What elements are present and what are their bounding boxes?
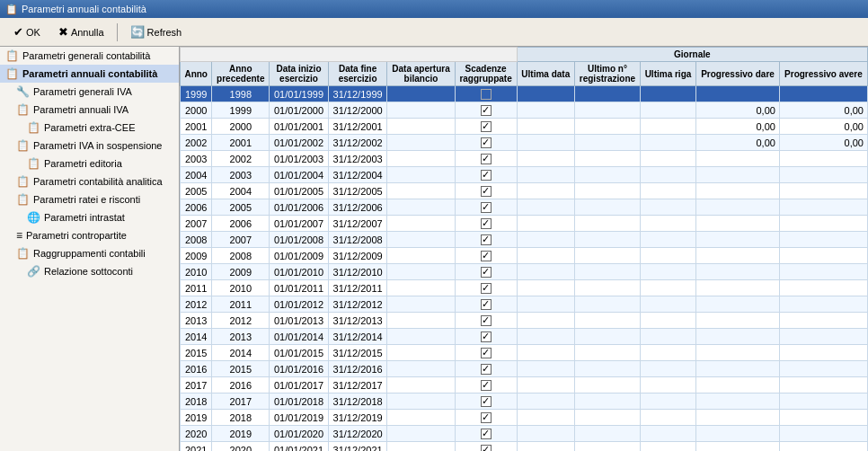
sidebar-item-relazione-sottoconti[interactable]: 🔗Relazione sottoconti [0, 262, 179, 280]
table-row[interactable]: 2002200101/01/200231/12/20020,000,00 [181, 135, 868, 151]
table-row[interactable]: 2006200501/01/200631/12/2006 [181, 199, 868, 216]
table-row[interactable]: 2012201101/01/201231/12/2012 [181, 296, 868, 313]
table-row[interactable]: 2013201201/01/201331/12/2013 [181, 313, 868, 329]
col-ultimo-n: Ultimo n°registrazione [574, 62, 640, 86]
sidebar-label-relazione-sottoconti: Relazione sottoconti [44, 266, 133, 277]
cell-fine: 31/12/2013 [328, 313, 387, 329]
checkbox-display [481, 234, 492, 245]
cell-ultima-riga [640, 296, 695, 313]
table-row[interactable]: 2018201701/01/201831/12/2018 [181, 394, 868, 410]
cell-fine: 31/12/2017 [328, 377, 387, 394]
cell-ultima-data [517, 280, 574, 296]
ok-button[interactable]: ✔ OK [5, 22, 49, 42]
cell-ultimo-n [574, 167, 640, 183]
table-row[interactable]: 2007200601/01/200731/12/2007 [181, 216, 868, 232]
sidebar-item-parametri-extra-cee[interactable]: 📋Parametri extra-CEE [0, 119, 179, 137]
table-row[interactable]: 1999199801/01/199931/12/1999 [181, 86, 868, 102]
cell-ultima-data [517, 167, 574, 183]
table-row[interactable]: 2020201901/01/202031/12/2020 [181, 426, 868, 442]
sidebar-item-parametri-generali-iva[interactable]: 🔧Parametri generali IVA [0, 83, 179, 101]
cell-prec: 2000 [212, 119, 270, 135]
table-row[interactable]: 2010200901/01/201031/12/2010 [181, 264, 868, 280]
sidebar-item-parametri-annuali-contabilita[interactable]: 📋Parametri annuali contabilità [0, 65, 179, 83]
cell-scadenze [455, 199, 517, 216]
cell-inizio: 01/01/2020 [270, 426, 329, 442]
cell-fine: 31/12/2005 [328, 183, 387, 199]
cell-prec: 2020 [212, 442, 270, 452]
cell-prog-dare [696, 313, 780, 329]
sidebar-item-parametri-intrastat[interactable]: 🌐Parametri intrastat [0, 208, 179, 226]
cell-inizio: 01/01/2013 [270, 313, 329, 329]
cell-apertura [387, 264, 455, 280]
table-row[interactable]: 2009200801/01/200931/12/2009 [181, 248, 868, 264]
cell-anno: 2013 [181, 313, 212, 329]
table-row[interactable]: 2014201301/01/201431/12/2014 [181, 329, 868, 345]
cell-inizio: 01/01/2005 [270, 183, 329, 199]
cell-ultima-riga [640, 183, 695, 199]
cell-ultima-riga [640, 232, 695, 248]
table-row[interactable]: 2001200001/01/200131/12/20010,000,00 [181, 119, 868, 135]
sidebar-item-parametri-iva-sospensione[interactable]: 📋Parametri IVA in sospensione [0, 137, 179, 155]
cell-ultima-riga [640, 410, 695, 426]
cell-ultima-riga [640, 377, 695, 394]
cell-apertura [387, 167, 455, 183]
cell-inizio: 01/01/2010 [270, 264, 329, 280]
cell-inizio: 01/01/2011 [270, 280, 329, 296]
sidebar-item-parametri-generali-contabilita[interactable]: 📋Parametri generali contabilità [0, 47, 179, 65]
sidebar-item-parametri-editoria[interactable]: 📋Parametri editoria [0, 155, 179, 172]
sidebar-item-parametri-contabilita-analitica[interactable]: 📋Parametri contabilità analitica [0, 172, 179, 190]
cell-prog-dare [696, 361, 780, 377]
cell-inizio: 01/01/2002 [270, 135, 329, 151]
refresh-button[interactable]: 🔄 Refresh [122, 22, 190, 42]
table-wrapper[interactable]: Giornale Anno Annoprecedente Data inizio… [180, 47, 868, 451]
checkbox-display [481, 396, 492, 407]
cell-prog-dare: 0,00 [696, 135, 780, 151]
cell-ultima-riga [640, 361, 695, 377]
sidebar-item-parametri-ratei-risconti[interactable]: 📋Parametri ratei e risconti [0, 190, 179, 208]
cell-ultima-data [517, 151, 574, 167]
cell-apertura [387, 135, 455, 151]
sidebar-icon-parametri-annuali-iva: 📋 [16, 103, 30, 116]
cell-fine: 31/12/2015 [328, 345, 387, 361]
col-ultima-riga: Ultima riga [640, 62, 695, 86]
data-area: Giornale Anno Annoprecedente Data inizio… [180, 47, 868, 451]
cell-anno: 2010 [181, 264, 212, 280]
sidebar-item-raggruppamenti-contabili[interactable]: 📋Raggruppamenti contabili [0, 244, 179, 262]
cell-anno: 2020 [181, 426, 212, 442]
sidebar-item-parametri-annuali-iva[interactable]: 📋Parametri annuali IVA [0, 101, 179, 119]
cell-prog-dare [696, 248, 780, 264]
cell-anno: 2002 [181, 135, 212, 151]
table-row[interactable]: 2011201001/01/201131/12/2011 [181, 280, 868, 296]
col-ultima-data: Ultima data [517, 62, 574, 86]
cell-ultimo-n [574, 313, 640, 329]
table-row[interactable]: 2008200701/01/200831/12/2008 [181, 232, 868, 248]
table-body[interactable]: 1999199801/01/199931/12/19992000199901/0… [181, 86, 868, 452]
refresh-icon: 🔄 [130, 25, 145, 39]
table-row[interactable]: 2016201501/01/201631/12/2016 [181, 361, 868, 377]
table-row[interactable]: 2004200301/01/200431/12/2004 [181, 167, 868, 183]
sidebar-item-parametri-contropartite[interactable]: ≡Parametri contropartite [0, 226, 179, 244]
sidebar-icon-parametri-annuali-contabilita: 📋 [5, 67, 19, 80]
cell-apertura [387, 394, 455, 410]
checkbox-display [481, 380, 492, 391]
table-row[interactable]: 2019201801/01/201931/12/2019 [181, 410, 868, 426]
cell-prec: 2017 [212, 394, 270, 410]
table-row[interactable]: 2015201401/01/201531/12/2015 [181, 345, 868, 361]
cell-apertura [387, 313, 455, 329]
cancel-button[interactable]: ✖ Annulla [50, 22, 112, 42]
group-header-giornale: Giornale [517, 48, 867, 62]
cell-anno: 2009 [181, 248, 212, 264]
cell-ultima-data [517, 199, 574, 216]
cell-apertura [387, 183, 455, 199]
table-row[interactable]: 2021202001/01/202131/12/2021 [181, 442, 868, 452]
table-row[interactable]: 2005200401/01/200531/12/2005 [181, 183, 868, 199]
table-row[interactable]: 2000199901/01/200031/12/20000,000,00 [181, 102, 868, 119]
table-row[interactable]: 2017201601/01/201731/12/2017 [181, 377, 868, 394]
cell-scadenze [455, 102, 517, 119]
cell-ultima-riga [640, 394, 695, 410]
cell-ultima-data [517, 264, 574, 280]
cell-anno: 2021 [181, 442, 212, 452]
cell-anno: 2015 [181, 345, 212, 361]
cell-prog-dare [696, 394, 780, 410]
table-row[interactable]: 2003200201/01/200331/12/2003 [181, 151, 868, 167]
